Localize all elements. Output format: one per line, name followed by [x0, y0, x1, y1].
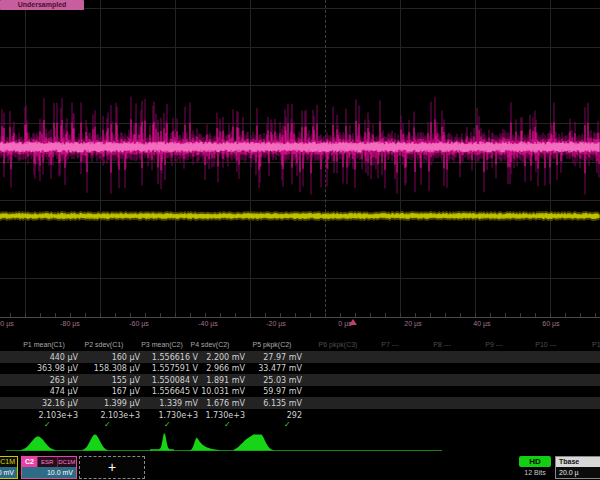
x-axis-label: -80 µs: [48, 320, 92, 327]
x-axis-label: 0 µs: [323, 320, 367, 327]
c1-vertical-scale: 10.0 mV: [0, 467, 17, 478]
parameter-histicons[interactable]: [0, 429, 460, 453]
c2-channel-tag: C2: [22, 457, 37, 467]
param-header-unused[interactable]: P7 ---: [360, 340, 420, 350]
c2-vertical-scale: 10.0 mV: [22, 467, 76, 478]
oscilloscope-screen: -100 µs-80 µs-60 µs-40 µs-20 µs0 µs20 µs…: [0, 0, 600, 480]
hd-mode-indicator[interactable]: HD 12 Bits: [519, 456, 551, 479]
waveform-area: [0, 0, 600, 318]
param-header-unused[interactable]: P11: [568, 340, 600, 350]
param-value: 27.97 mV: [230, 352, 302, 363]
x-axis-label: -20 µs: [254, 320, 298, 327]
plus-icon: +: [108, 459, 116, 475]
trigger-time-marker-icon[interactable]: [349, 319, 357, 325]
param-value: 292: [230, 410, 302, 421]
histicon-baseline: [6, 450, 442, 451]
param-header-unused[interactable]: P6 pkpk(C3): [308, 340, 368, 350]
timebase-title: Tbase: [556, 457, 600, 467]
param-header-unused[interactable]: P9 ---: [464, 340, 524, 350]
channel-c2-descriptor-box[interactable]: C2 ESR DC1M 10.0 mV: [21, 456, 77, 479]
status-check-icon: ✓: [224, 420, 231, 429]
param-value: 59.97 mV: [230, 386, 302, 397]
hd-badge: HD: [519, 456, 551, 467]
timebase-descriptor-box[interactable]: Tbase 20.0 µ: [555, 456, 600, 479]
histicon-bell[interactable]: [82, 435, 108, 451]
histicon-decay[interactable]: [188, 438, 220, 451]
param-header-p5[interactable]: P5 pkpk(C2): [234, 340, 310, 350]
x-axis-label: 60 µs: [529, 320, 573, 327]
status-check-icon: ✓: [44, 420, 51, 429]
x-axis-label: 20 µs: [391, 320, 435, 327]
x-axis-label: -60 µs: [117, 320, 161, 327]
c2-coupling-badge: DC1M: [57, 457, 77, 467]
param-header-unused[interactable]: P10 ---: [516, 340, 576, 350]
channel-c1-descriptor-box[interactable]: DC1M 10.0 mV: [0, 456, 18, 479]
c2-esr-badge: ESR: [37, 457, 57, 467]
histicon-bell2[interactable]: [234, 435, 274, 451]
x-axis-label: -100 µs: [0, 320, 24, 327]
status-check-icon: ✓: [284, 420, 291, 429]
status-check-icon: ✓: [104, 420, 111, 429]
undersampled-warning-badge: Undersampled: [0, 0, 84, 10]
param-value: 25.03 mV: [230, 375, 302, 386]
hd-bits-label: 12 Bits: [519, 467, 551, 477]
add-trace-button[interactable]: +: [79, 456, 145, 479]
param-header-unused[interactable]: P8 ---: [412, 340, 472, 350]
histicon-bell[interactable]: [20, 437, 56, 451]
histicon-spike[interactable]: [150, 434, 174, 451]
c1-coupling-badge: DC1M: [0, 457, 17, 467]
param-value: 6.135 mV: [230, 398, 302, 409]
timebase-value: 20.0 µ: [556, 467, 600, 478]
status-check-icon: ✓: [164, 420, 171, 429]
x-axis-label: 40 µs: [460, 320, 504, 327]
x-axis-label: -40 µs: [186, 320, 230, 327]
param-value: 33.477 mV: [230, 363, 302, 374]
